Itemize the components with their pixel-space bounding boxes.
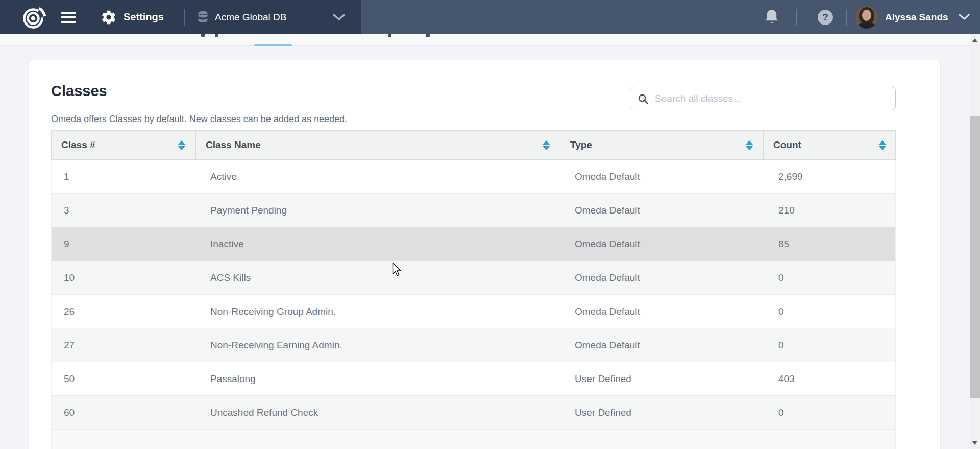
cell-type: User Defined — [560, 396, 763, 429]
cell-count: 0 — [763, 295, 896, 328]
column-header-count[interactable]: Count — [763, 131, 896, 159]
search-box — [630, 87, 896, 110]
page-description: Omeda offers Classes by default. New cla… — [51, 114, 347, 125]
cell-type: Omeda Default — [560, 328, 763, 362]
cell-class-number: 60 — [52, 396, 195, 429]
user-menu[interactable]: Alyssa Sands — [855, 0, 970, 34]
bell-icon — [764, 9, 779, 26]
cell-type: User Defined — [560, 362, 763, 395]
chevron-down-icon — [333, 14, 345, 21]
tab-bar — [0, 34, 980, 46]
table-body: 1 Active Omeda Default 2,699 3 Payment P… — [51, 160, 896, 449]
scroll-up-arrow-icon[interactable] — [972, 38, 977, 42]
column-header-class-number[interactable]: Class # — [52, 131, 195, 159]
tab-label-fragment — [426, 34, 430, 37]
cell-class-number: 1 — [52, 160, 195, 193]
table-row-partial — [52, 430, 895, 449]
cell-class-number: 27 — [52, 328, 195, 362]
cell-class-number: 3 — [52, 194, 195, 227]
omeda-logo-icon — [20, 5, 46, 30]
scrollbar-thumb[interactable] — [970, 116, 980, 398]
sort-icon[interactable] — [178, 140, 185, 150]
settings-label: Settings — [124, 11, 164, 23]
cell-class-name: Active — [195, 160, 560, 193]
cell-type: Omeda Default — [560, 160, 763, 193]
avatar — [855, 6, 878, 29]
help-button[interactable]: ? — [818, 0, 833, 34]
help-icon: ? — [818, 10, 833, 25]
cell-count: 2,699 — [763, 160, 896, 193]
cell-count: 85 — [763, 227, 896, 261]
sort-icon[interactable] — [746, 140, 753, 150]
scroll-down-arrow-icon[interactable] — [972, 441, 977, 445]
table-header-row: Class # Class Name Type Count — [51, 130, 896, 160]
classes-table: Class # Class Name Type Count — [51, 130, 896, 449]
column-header-type[interactable]: Type — [560, 131, 763, 159]
topbar-divider — [184, 9, 185, 26]
hamburger-icon — [61, 12, 76, 14]
sort-icon[interactable] — [879, 140, 886, 150]
cell-type: Omeda Default — [560, 227, 763, 261]
app-viewport: Settings Acme Global DB ? — [0, 0, 980, 449]
database-selector[interactable]: Acme Global DB — [196, 0, 349, 34]
cell-class-number: 9 — [52, 227, 195, 261]
cell-class-name: Non-Receiving Group Admin. — [195, 295, 560, 328]
cell-count: 0 — [763, 261, 896, 294]
table-row[interactable]: 60 Uncashed Refund Check User Defined 0 — [52, 396, 895, 430]
table-row[interactable]: 10 ACS Kills Omeda Default 0 — [52, 261, 895, 295]
cell-type: Omeda Default — [560, 295, 763, 328]
active-tab-indicator[interactable] — [254, 44, 292, 46]
cell-count: 0 — [763, 396, 896, 429]
cell-type: Omeda Default — [560, 194, 763, 227]
sort-icon[interactable] — [543, 140, 550, 150]
tab-label-fragment — [201, 34, 205, 37]
tab-label-fragment — [388, 34, 391, 37]
cell-count: 0 — [763, 328, 896, 362]
table-row[interactable]: 26 Non-Receiving Group Admin. Omeda Defa… — [52, 295, 895, 328]
classes-card: Classes Omeda offers Classes by default.… — [29, 60, 941, 449]
vertical-scrollbar[interactable] — [970, 34, 980, 449]
chevron-down-icon — [959, 14, 970, 20]
tab-label-fragment — [215, 34, 218, 37]
topbar-divider — [796, 9, 797, 26]
page-content: Classes Omeda offers Classes by default.… — [0, 48, 980, 449]
cell-count: 210 — [763, 194, 896, 227]
cell-class-name: Passalong — [195, 362, 560, 395]
user-name: Alyssa Sands — [885, 12, 948, 23]
cell-class-name: ACS Kills — [195, 261, 560, 294]
table-row[interactable]: 50 Passalong User Defined 403 — [52, 362, 895, 396]
hamburger-menu-button[interactable] — [60, 0, 77, 34]
topbar-divider — [846, 9, 847, 26]
database-name: Acme Global DB — [215, 12, 286, 23]
column-header-class-name[interactable]: Class Name — [195, 131, 560, 159]
cell-class-number: 26 — [52, 295, 195, 328]
cell-type: Omeda Default — [560, 261, 763, 294]
database-icon — [196, 10, 210, 24]
page-title: Classes — [51, 83, 107, 100]
gear-icon — [101, 9, 117, 26]
top-navigation-bar: Settings Acme Global DB ? — [0, 0, 980, 34]
cell-class-name: Payment Pending — [195, 194, 560, 227]
cell-class-name: Non-Receiving Earning Admin. — [195, 328, 560, 362]
table-row[interactable]: 1 Active Omeda Default 2,699 — [52, 160, 895, 194]
search-input[interactable] — [630, 87, 896, 110]
notifications-button[interactable] — [764, 0, 779, 34]
cell-class-name: Uncashed Refund Check — [195, 396, 560, 429]
table-row[interactable]: 3 Payment Pending Omeda Default 210 — [52, 194, 895, 227]
table-row-hovered[interactable]: 9 Inactive Omeda Default 85 — [52, 227, 895, 261]
cell-count: 403 — [763, 362, 896, 395]
omeda-logo[interactable] — [20, 0, 46, 34]
settings-nav[interactable]: Settings — [101, 0, 164, 34]
table-row[interactable]: 27 Non-Receiving Earning Admin. Omeda De… — [52, 328, 895, 362]
cell-class-number: 50 — [52, 362, 195, 395]
cell-class-name: Inactive — [195, 227, 560, 261]
cell-class-number: 10 — [52, 261, 195, 294]
